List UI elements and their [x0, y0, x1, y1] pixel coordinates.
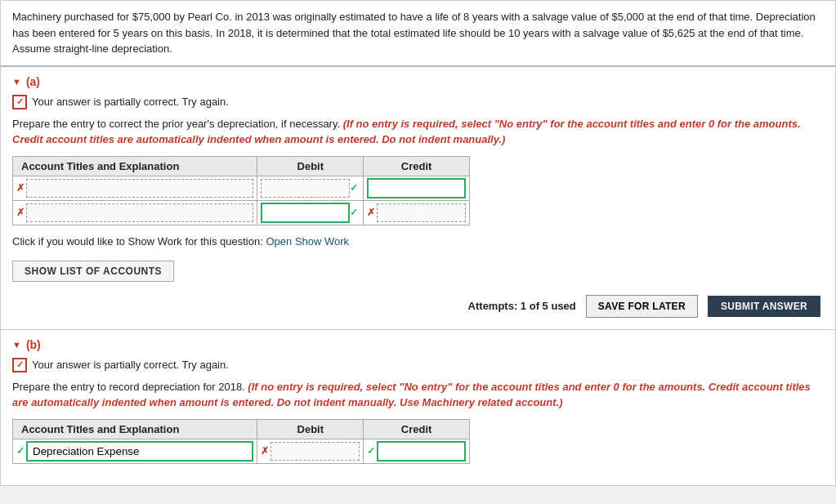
- check-icon-account-b1: ✓: [16, 445, 25, 457]
- attempts-row: Attempts: 1 of 5 used SAVE FOR LATER SUB…: [12, 295, 824, 318]
- triangle-icon-a[interactable]: ▼: [12, 77, 21, 87]
- submit-answer-button[interactable]: SUBMIT ANSWER: [708, 296, 820, 317]
- open-show-work-link[interactable]: Open Show Work: [266, 235, 349, 248]
- show-work-line: Click if you would like to Show Work for…: [12, 235, 824, 248]
- instruction-normal-b: Prepare the entry to record depreciation…: [12, 381, 245, 393]
- section-b-label: (b): [26, 338, 41, 351]
- debit-input-b1[interactable]: [270, 442, 360, 461]
- x-icon-a1: ✗: [16, 182, 25, 194]
- credit-cell-a2: ✗: [364, 200, 470, 225]
- check-icon-credit-b1: ✓: [367, 445, 375, 457]
- col-header-credit-a: Credit: [364, 156, 470, 176]
- problem-statement: Machinery purchased for $75,000 by Pearl…: [12, 11, 816, 55]
- debit-input-a1[interactable]: [261, 179, 350, 198]
- account-input-b1[interactable]: [26, 441, 253, 462]
- problem-text: Machinery purchased for $75,000 by Pearl…: [1, 1, 835, 67]
- x-icon-credit-a2: ✗: [367, 207, 375, 218]
- col-header-account-b: Account Titles and Explanation: [13, 419, 257, 439]
- section-a-label: (a): [26, 75, 40, 88]
- section-a: ▼ (a) ✓ Your answer is partially correct…: [1, 67, 835, 330]
- table-row: ✗ ✓: [13, 176, 470, 200]
- debit-input-a2[interactable]: [261, 203, 350, 223]
- triangle-icon-b[interactable]: ▼: [12, 340, 21, 350]
- check-icon-debit-a1: ✓: [350, 182, 358, 194]
- show-work-label: Click if you would like to Show Work for…: [12, 235, 263, 248]
- instruction-b: Prepare the entry to record depreciation…: [12, 379, 824, 411]
- account-input-a2[interactable]: [26, 203, 253, 222]
- debit-cell-a2: ✓: [257, 200, 364, 225]
- table-row: ✗ ✓ ✗: [13, 200, 470, 225]
- account-cell-a2: ✗: [13, 200, 257, 225]
- partial-status-a: Your answer is partially correct. Try ag…: [32, 96, 229, 108]
- entry-table-b: Account Titles and Explanation Debit Cre…: [12, 419, 470, 464]
- col-header-account-a: Account Titles and Explanation: [13, 156, 257, 176]
- partial-status-b: Your answer is partially correct. Try ag…: [32, 359, 229, 371]
- partial-correct-b: ✓ Your answer is partially correct. Try …: [12, 358, 824, 372]
- account-input-a1[interactable]: [26, 179, 253, 198]
- show-list-container: SHOW LIST OF ACCOUNTS: [12, 256, 824, 282]
- section-a-header: ▼ (a): [12, 75, 824, 88]
- partial-check-icon-b: ✓: [12, 358, 27, 372]
- x-icon-debit-b1: ✗: [261, 445, 269, 457]
- col-header-debit-b: Debit: [257, 419, 364, 439]
- credit-input-a2[interactable]: [377, 203, 466, 222]
- instruction-a: Prepare the entry to correct the prior y…: [12, 116, 824, 148]
- debit-cell-b1: ✗: [257, 439, 364, 463]
- table-a-container: Account Titles and Explanation Debit Cre…: [12, 156, 824, 225]
- partial-check-icon-a: ✓: [12, 95, 27, 109]
- credit-input-a1[interactable]: [367, 178, 466, 198]
- col-header-credit-b: Credit: [364, 419, 470, 439]
- credit-cell-b1: ✓: [364, 439, 470, 463]
- account-cell-b1: ✓: [13, 439, 257, 463]
- debit-cell-a1: ✓: [257, 176, 364, 200]
- section-b: ▼ (b) ✓ Your answer is partially correct…: [1, 330, 835, 485]
- table-b-container: Account Titles and Explanation Debit Cre…: [12, 419, 824, 464]
- show-list-button[interactable]: SHOW LIST OF ACCOUNTS: [12, 261, 174, 282]
- x-icon-a2: ✗: [16, 207, 25, 218]
- account-cell-a1: ✗: [13, 176, 257, 200]
- col-header-debit-a: Debit: [257, 156, 364, 176]
- check-icon-debit-a2: ✓: [350, 207, 358, 218]
- section-b-header: ▼ (b): [12, 338, 824, 351]
- save-for-later-button[interactable]: SAVE FOR LATER: [586, 295, 698, 318]
- table-row: ✓ ✗ ✓: [13, 439, 470, 463]
- partial-correct-a: ✓ Your answer is partially correct. Try …: [12, 95, 824, 109]
- entry-table-a: Account Titles and Explanation Debit Cre…: [12, 156, 470, 225]
- credit-cell-a1: [364, 176, 470, 200]
- attempts-text: Attempts: 1 of 5 used: [468, 300, 576, 312]
- instruction-normal-a: Prepare the entry to correct the prior y…: [12, 118, 340, 130]
- credit-input-b1[interactable]: [377, 441, 466, 462]
